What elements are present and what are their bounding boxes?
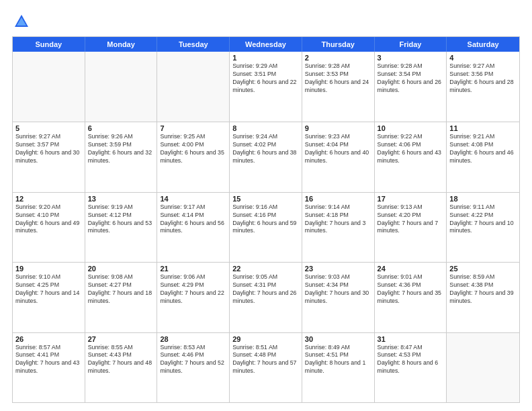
day-cell-30: 30Sunrise: 8:49 AM Sunset: 4:51 PM Dayli…: [302, 333, 375, 402]
day-number: 8: [232, 124, 299, 132]
day-number: 14: [160, 195, 226, 203]
day-cell-23: 23Sunrise: 9:03 AM Sunset: 4:34 PM Dayli…: [302, 263, 375, 332]
day-info: Sunrise: 9:29 AM Sunset: 3:51 PM Dayligh…: [232, 62, 299, 95]
day-info: Sunrise: 9:27 AM Sunset: 3:56 PM Dayligh…: [449, 62, 517, 95]
day-cell-13: 13Sunrise: 9:19 AM Sunset: 4:12 PM Dayli…: [85, 193, 158, 262]
day-cell-25: 25Sunrise: 8:59 AM Sunset: 4:38 PM Dayli…: [447, 263, 519, 332]
day-info: Sunrise: 8:49 AM Sunset: 4:51 PM Dayligh…: [305, 344, 371, 376]
header-day-wednesday: Wednesday: [230, 37, 302, 52]
day-info: Sunrise: 8:47 AM Sunset: 4:53 PM Dayligh…: [378, 344, 444, 376]
day-info: Sunrise: 9:28 AM Sunset: 3:54 PM Dayligh…: [378, 62, 444, 95]
day-info: Sunrise: 9:11 AM Sunset: 4:22 PM Dayligh…: [449, 203, 517, 236]
day-number: 31: [378, 335, 444, 343]
calendar-row-5: 26Sunrise: 8:57 AM Sunset: 4:41 PM Dayli…: [13, 332, 519, 402]
day-cell-21: 21Sunrise: 9:06 AM Sunset: 4:29 PM Dayli…: [157, 263, 230, 332]
day-cell-4: 4Sunrise: 9:27 AM Sunset: 3:56 PM Daylig…: [447, 52, 519, 122]
day-cell-12: 12Sunrise: 9:20 AM Sunset: 4:10 PM Dayli…: [13, 193, 85, 262]
empty-cell: [13, 52, 85, 122]
header-day-sunday: Sunday: [13, 37, 85, 52]
calendar-row-4: 19Sunrise: 9:10 AM Sunset: 4:25 PM Dayli…: [13, 262, 519, 332]
day-info: Sunrise: 9:20 AM Sunset: 4:10 PM Dayligh…: [15, 203, 82, 236]
day-cell-29: 29Sunrise: 8:51 AM Sunset: 4:48 PM Dayli…: [230, 333, 302, 402]
day-number: 29: [232, 335, 299, 343]
day-cell-10: 10Sunrise: 9:22 AM Sunset: 4:06 PM Dayli…: [375, 122, 447, 191]
logo-icon: [12, 12, 31, 31]
header: [12, 12, 520, 31]
day-info: Sunrise: 9:16 AM Sunset: 4:16 PM Dayligh…: [232, 203, 299, 236]
day-info: Sunrise: 8:59 AM Sunset: 4:38 PM Dayligh…: [449, 273, 517, 306]
day-number: 21: [160, 265, 226, 273]
calendar-row-1: 1Sunrise: 9:29 AM Sunset: 3:51 PM Daylig…: [13, 52, 519, 122]
day-info: Sunrise: 8:57 AM Sunset: 4:41 PM Dayligh…: [15, 344, 82, 376]
day-number: 12: [15, 195, 82, 203]
day-info: Sunrise: 9:22 AM Sunset: 4:06 PM Dayligh…: [378, 133, 444, 165]
day-info: Sunrise: 9:06 AM Sunset: 4:29 PM Dayligh…: [160, 273, 226, 306]
day-cell-24: 24Sunrise: 9:01 AM Sunset: 4:36 PM Dayli…: [375, 263, 447, 332]
day-number: 25: [449, 265, 517, 273]
header-day-saturday: Saturday: [447, 37, 519, 52]
empty-cell: [85, 52, 158, 122]
day-cell-22: 22Sunrise: 9:05 AM Sunset: 4:31 PM Dayli…: [230, 263, 302, 332]
day-info: Sunrise: 9:21 AM Sunset: 4:08 PM Dayligh…: [449, 133, 517, 165]
day-number: 16: [305, 195, 371, 203]
day-info: Sunrise: 9:28 AM Sunset: 3:53 PM Dayligh…: [305, 62, 371, 95]
day-info: Sunrise: 8:55 AM Sunset: 4:43 PM Dayligh…: [88, 344, 154, 376]
header-day-monday: Monday: [85, 37, 158, 52]
day-number: 5: [15, 124, 82, 132]
day-info: Sunrise: 9:26 AM Sunset: 3:59 PM Dayligh…: [88, 133, 154, 165]
day-cell-2: 2Sunrise: 9:28 AM Sunset: 3:53 PM Daylig…: [302, 52, 375, 122]
calendar-header: SundayMondayTuesdayWednesdayThursdayFrid…: [13, 37, 519, 52]
day-info: Sunrise: 8:51 AM Sunset: 4:48 PM Dayligh…: [232, 344, 299, 376]
calendar-row-2: 5Sunrise: 9:27 AM Sunset: 3:57 PM Daylig…: [13, 122, 519, 191]
empty-cell: [447, 333, 519, 402]
day-number: 19: [15, 265, 82, 273]
day-number: 27: [88, 335, 154, 343]
day-number: 10: [378, 124, 444, 132]
day-cell-28: 28Sunrise: 8:53 AM Sunset: 4:46 PM Dayli…: [157, 333, 230, 402]
day-info: Sunrise: 9:24 AM Sunset: 4:02 PM Dayligh…: [232, 133, 299, 165]
empty-cell: [157, 52, 230, 122]
day-cell-6: 6Sunrise: 9:26 AM Sunset: 3:59 PM Daylig…: [85, 122, 158, 191]
day-number: 23: [305, 265, 371, 273]
day-info: Sunrise: 9:13 AM Sunset: 4:20 PM Dayligh…: [378, 203, 444, 236]
day-cell-1: 1Sunrise: 9:29 AM Sunset: 3:51 PM Daylig…: [230, 52, 302, 122]
day-cell-17: 17Sunrise: 9:13 AM Sunset: 4:20 PM Dayli…: [375, 193, 447, 262]
logo: [12, 12, 34, 31]
day-number: 3: [378, 54, 444, 62]
day-cell-14: 14Sunrise: 9:17 AM Sunset: 4:14 PM Dayli…: [157, 193, 230, 262]
day-info: Sunrise: 9:19 AM Sunset: 4:12 PM Dayligh…: [88, 203, 154, 236]
day-cell-15: 15Sunrise: 9:16 AM Sunset: 4:16 PM Dayli…: [230, 193, 302, 262]
day-cell-5: 5Sunrise: 9:27 AM Sunset: 3:57 PM Daylig…: [13, 122, 85, 191]
day-info: Sunrise: 9:25 AM Sunset: 4:00 PM Dayligh…: [160, 133, 226, 165]
page: SundayMondayTuesdayWednesdayThursdayFrid…: [0, 0, 532, 411]
day-number: 13: [88, 195, 154, 203]
day-number: 18: [449, 195, 517, 203]
day-number: 11: [449, 124, 517, 132]
day-cell-9: 9Sunrise: 9:23 AM Sunset: 4:04 PM Daylig…: [302, 122, 375, 191]
header-day-tuesday: Tuesday: [157, 37, 230, 52]
day-number: 7: [160, 124, 226, 132]
day-cell-16: 16Sunrise: 9:14 AM Sunset: 4:18 PM Dayli…: [302, 193, 375, 262]
header-day-thursday: Thursday: [302, 37, 375, 52]
day-number: 6: [88, 124, 154, 132]
day-cell-11: 11Sunrise: 9:21 AM Sunset: 4:08 PM Dayli…: [447, 122, 519, 191]
day-info: Sunrise: 9:14 AM Sunset: 4:18 PM Dayligh…: [305, 203, 371, 236]
day-info: Sunrise: 9:23 AM Sunset: 4:04 PM Dayligh…: [305, 133, 371, 165]
day-info: Sunrise: 9:05 AM Sunset: 4:31 PM Dayligh…: [232, 273, 299, 306]
day-number: 2: [305, 54, 371, 62]
day-cell-18: 18Sunrise: 9:11 AM Sunset: 4:22 PM Dayli…: [447, 193, 519, 262]
day-info: Sunrise: 9:27 AM Sunset: 3:57 PM Dayligh…: [15, 133, 82, 165]
day-cell-26: 26Sunrise: 8:57 AM Sunset: 4:41 PM Dayli…: [13, 333, 85, 402]
day-number: 17: [378, 195, 444, 203]
day-number: 15: [232, 195, 299, 203]
calendar: SundayMondayTuesdayWednesdayThursdayFrid…: [12, 36, 520, 403]
day-number: 1: [232, 54, 299, 62]
day-info: Sunrise: 9:10 AM Sunset: 4:25 PM Dayligh…: [15, 273, 82, 306]
day-cell-8: 8Sunrise: 9:24 AM Sunset: 4:02 PM Daylig…: [230, 122, 302, 191]
day-number: 26: [15, 335, 82, 343]
day-info: Sunrise: 9:08 AM Sunset: 4:27 PM Dayligh…: [88, 273, 154, 306]
day-cell-3: 3Sunrise: 9:28 AM Sunset: 3:54 PM Daylig…: [375, 52, 447, 122]
day-info: Sunrise: 9:17 AM Sunset: 4:14 PM Dayligh…: [160, 203, 226, 236]
day-number: 28: [160, 335, 226, 343]
header-day-friday: Friday: [375, 37, 447, 52]
